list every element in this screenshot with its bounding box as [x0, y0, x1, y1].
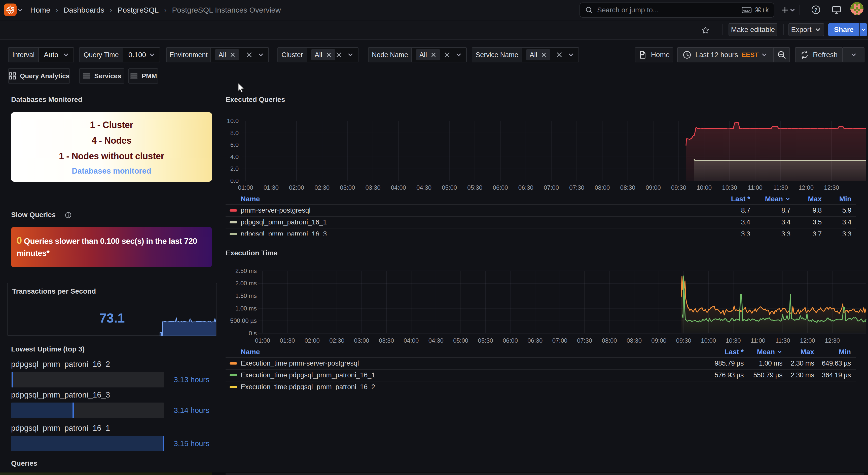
svg-text:02:00: 02:00: [289, 184, 304, 191]
svg-text:04:00: 04:00: [391, 184, 406, 191]
svg-text:08:30: 08:30: [627, 337, 642, 344]
svg-text:08:00: 08:00: [602, 337, 617, 344]
svg-text:2.50 ms: 2.50 ms: [236, 267, 257, 274]
svg-text:01:00: 01:00: [238, 184, 253, 191]
svg-text:0 s: 0 s: [249, 330, 257, 337]
svg-text:08:00: 08:00: [595, 184, 610, 191]
svg-text:12:00: 12:00: [799, 184, 814, 191]
svg-text:12:30: 12:30: [825, 337, 840, 344]
svg-text:10:30: 10:30: [722, 184, 737, 191]
svg-text:09:00: 09:00: [646, 184, 661, 191]
svg-text:11:30: 11:30: [773, 184, 788, 191]
svg-text:2.00 ms: 2.00 ms: [236, 280, 257, 286]
svg-text:04:30: 04:30: [416, 184, 432, 191]
svg-text:03:00: 03:00: [340, 184, 355, 191]
svg-text:01:30: 01:30: [280, 337, 295, 344]
svg-text:06:30: 06:30: [518, 184, 533, 191]
svg-text:06:00: 06:00: [493, 184, 508, 191]
svg-text:02:00: 02:00: [305, 337, 320, 344]
svg-text:1.00 ms: 1.00 ms: [236, 305, 257, 312]
svg-text:10:00: 10:00: [696, 184, 712, 191]
svg-text:1.50 ms: 1.50 ms: [236, 292, 257, 299]
svg-text:02:30: 02:30: [329, 337, 344, 344]
svg-text:11:30: 11:30: [775, 337, 790, 344]
svg-text:05:30: 05:30: [467, 184, 482, 191]
svg-text:09:00: 09:00: [651, 337, 666, 344]
svg-text:4.0: 4.0: [230, 154, 239, 160]
svg-text:09:30: 09:30: [676, 337, 691, 344]
svg-text:08:30: 08:30: [620, 184, 636, 191]
svg-text:11:00: 11:00: [748, 184, 762, 191]
svg-text:07:00: 07:00: [544, 184, 559, 191]
svg-text:12:30: 12:30: [824, 184, 839, 191]
svg-text:06:00: 06:00: [503, 337, 518, 344]
svg-text:02:30: 02:30: [314, 184, 330, 191]
svg-text:07:30: 07:30: [577, 337, 592, 344]
svg-text:10:00: 10:00: [701, 337, 716, 344]
svg-text:10:30: 10:30: [726, 337, 741, 344]
svg-text:01:00: 01:00: [255, 337, 270, 344]
svg-text:09:30: 09:30: [671, 184, 686, 191]
svg-text:03:00: 03:00: [354, 337, 369, 344]
svg-text:11:00: 11:00: [751, 337, 765, 344]
svg-text:2.0: 2.0: [230, 165, 239, 172]
svg-text:0.0: 0.0: [230, 177, 239, 184]
svg-text:8.0: 8.0: [230, 130, 239, 136]
svg-text:6.0: 6.0: [230, 141, 239, 148]
svg-text:07:00: 07:00: [552, 337, 567, 344]
svg-text:01:30: 01:30: [264, 184, 279, 191]
svg-text:06:30: 06:30: [527, 337, 542, 344]
svg-text:05:30: 05:30: [478, 337, 493, 344]
svg-text:12:00: 12:00: [800, 337, 815, 344]
svg-text:04:00: 04:00: [404, 337, 418, 344]
svg-text:500.00 µs: 500.00 µs: [230, 317, 257, 324]
svg-text:05:00: 05:00: [442, 184, 457, 191]
svg-text:?: ?: [814, 7, 818, 13]
svg-text:05:00: 05:00: [453, 337, 468, 344]
svg-text:03:30: 03:30: [366, 184, 381, 191]
svg-text:07:30: 07:30: [569, 184, 584, 191]
svg-text:03:30: 03:30: [379, 337, 394, 344]
svg-text:04:30: 04:30: [429, 337, 443, 344]
svg-text:10.0: 10.0: [227, 117, 239, 124]
